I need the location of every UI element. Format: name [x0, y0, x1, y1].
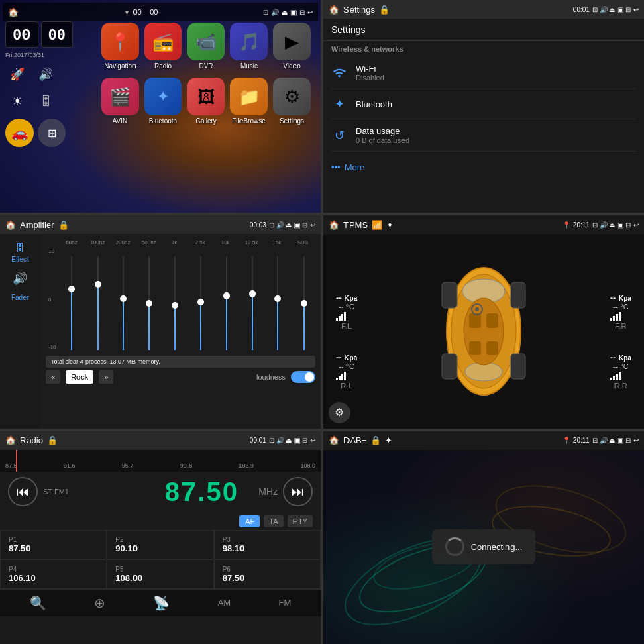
- radio-link-icon[interactable]: ⊕: [94, 595, 105, 611]
- eq-slider-3[interactable]: [138, 248, 160, 350]
- filebrowse-label: FileBrowse: [232, 117, 265, 125]
- svg-rect-5: [469, 313, 481, 328]
- app-bluetooth[interactable]: ✦ Bluetooth: [144, 78, 182, 125]
- tpms-settings-btn[interactable]: ⚙: [329, 402, 350, 423]
- dab-back-icon[interactable]: ↩: [633, 437, 639, 444]
- tpms-title: TPMS: [343, 220, 368, 230]
- rl-celsius: -- °C: [336, 362, 357, 370]
- amp-effect-btn[interactable]: 🎛 Effect: [9, 239, 31, 266]
- amp-fader-btn[interactable]: Fader: [9, 291, 32, 304]
- eq-preset-row: « Rock » loudness: [46, 370, 315, 384]
- radio-bottom-bar: 🔍 ⊕ 📡 AM FM: [0, 589, 321, 616]
- preset-6[interactable]: P6 87.50: [214, 559, 321, 589]
- amp-home-icon[interactable]: 🏠: [5, 220, 16, 230]
- amp-body: 🎛 Effect 🔊 Fader 60hz 100hz 200hz 500hz …: [0, 234, 321, 428]
- eq-slider-7[interactable]: [241, 248, 264, 350]
- eq-preset-rock[interactable]: Rock: [66, 370, 93, 384]
- tpms-rl: -- Kpa -- °C R.L: [336, 352, 357, 390]
- volume-icon-btn[interactable]: 🔊: [34, 62, 58, 87]
- car-icon-btn[interactable]: 🚗: [5, 119, 34, 147]
- settings-item-bluetooth[interactable]: ✦ Bluetooth: [331, 89, 636, 119]
- eq-sliders: [60, 248, 315, 350]
- settings-title-bar: Settings: [343, 5, 375, 15]
- app-dvr[interactable]: 📹 DVR: [187, 23, 225, 70]
- app-gallery[interactable]: 🖼 Gallery: [187, 78, 225, 125]
- settings-home-icon[interactable]: 🏠: [329, 5, 339, 15]
- radio-tag-af[interactable]: AF: [239, 515, 260, 527]
- wifi-item-text: Wi-Fi Disabled: [356, 64, 636, 82]
- radio-home-icon[interactable]: 🏠: [5, 435, 16, 445]
- brightness-icon-btn[interactable]: ☀: [5, 89, 30, 113]
- preset-2[interactable]: P2 90.10: [107, 530, 213, 559]
- fl-signal: [336, 312, 357, 321]
- app-radio[interactable]: 📻 Radio: [144, 23, 182, 70]
- radio-search-icon[interactable]: 🔍: [30, 595, 46, 611]
- eq-next-btn[interactable]: »: [99, 370, 113, 384]
- tpms-home-icon[interactable]: 🏠: [329, 220, 339, 230]
- radio-back-icon[interactable]: ↩: [310, 437, 315, 444]
- loudness-toggle[interactable]: [291, 371, 315, 383]
- eq-slider-9[interactable]: [292, 248, 315, 350]
- svg-rect-12: [511, 282, 525, 308]
- volume-icon[interactable]: 🔊: [271, 9, 279, 16]
- amp-back-icon[interactable]: ↩: [310, 221, 315, 229]
- dab-home-icon[interactable]: 🏠: [329, 435, 339, 445]
- video-label: Video: [283, 62, 300, 70]
- svg-point-10: [475, 307, 479, 311]
- radio-antenna-icon[interactable]: 📡: [153, 595, 170, 611]
- dab-status-bar: 🏠 DAB+ 🔒 ✦ 📍 20:11 ⊡ 🔊 ⏏ ▣ ⊟ ↩: [323, 431, 644, 450]
- eq-slider-4[interactable]: [164, 248, 186, 350]
- app-navigation[interactable]: 📍 Navigation: [101, 23, 139, 70]
- radio-prev-btn[interactable]: ⏮: [8, 477, 38, 506]
- app-music[interactable]: 🎵 Music: [230, 23, 268, 70]
- tpms-status-icons: ⊡ 🔊 ⏏ ▣ ⊟: [592, 221, 631, 229]
- app-avin[interactable]: 🎬 AVIN: [101, 78, 139, 125]
- radio-tag-ta[interactable]: TA: [264, 515, 283, 527]
- settings-lock-icon: 🔒: [379, 5, 390, 15]
- eq-slider-1[interactable]: [86, 248, 109, 350]
- connecting-text: Connecting...: [471, 542, 523, 552]
- settings-item-wifi[interactable]: Wi-Fi Disabled: [331, 57, 636, 89]
- rr-celsius: -- °C: [610, 362, 631, 370]
- dots-icon-btn[interactable]: ⊞: [38, 119, 66, 147]
- app-settings[interactable]: ⚙ Settings: [273, 78, 311, 125]
- radio-time: 00:01: [250, 437, 266, 444]
- app-filebrowse[interactable]: 📁 FileBrowse: [230, 78, 268, 125]
- date-display: Fri,2017/03/31: [3, 50, 90, 60]
- toggle-knob: [305, 372, 314, 382]
- eq-slider-8[interactable]: [266, 248, 289, 350]
- eq-slider-6[interactable]: [215, 248, 237, 350]
- eq-slider-5[interactable]: [189, 248, 212, 350]
- back-icon[interactable]: ↩: [307, 9, 313, 16]
- time-display: 00 00: [3, 19, 90, 50]
- power-icon: ⊟: [299, 9, 305, 16]
- freq-10k: 10k: [213, 239, 238, 246]
- panel-amplifier: 🏠 Amplifier 🔒 00:03 ⊡ 🔊 ⏏ ▣ ⊟ ↩ 🎛 Effect…: [0, 215, 321, 428]
- settings-item-data[interactable]: ↺ Data usage 0 B of data used: [331, 119, 636, 152]
- radio-main: ⏮ ST FM1 87.50 MHz ⏭: [0, 472, 321, 513]
- eq-slider-2[interactable]: [112, 248, 135, 350]
- eq-slider-0[interactable]: [60, 248, 83, 350]
- equalizer-sidebar-icon: 🎛: [11, 242, 28, 254]
- preset-4[interactable]: P4 106.10: [0, 559, 107, 589]
- amp-volume-icon[interactable]: 🔊: [13, 271, 28, 286]
- panel-home: 🏠 ▼ 00:00 ⊡ 🔊 ⏏ ▣ ⊟ ↩ 00: [0, 0, 321, 213]
- freq-15k: 15k: [264, 239, 290, 246]
- rocket-icon-btn[interactable]: 🚀: [5, 62, 30, 87]
- preset-1[interactable]: P1 87.50: [0, 530, 107, 559]
- home-icon[interactable]: 🏠: [8, 7, 19, 17]
- settings-back-icon[interactable]: ↩: [633, 6, 639, 13]
- radio-next-btn[interactable]: ⏭: [283, 477, 313, 506]
- settings-more[interactable]: ••• More: [323, 156, 644, 179]
- preset-5[interactable]: P5 108.00: [107, 559, 213, 589]
- eq-prev-btn[interactable]: «: [46, 370, 60, 384]
- data-usage-icon: ↺: [331, 127, 347, 144]
- radio-am-btn[interactable]: AM: [218, 598, 231, 608]
- radio-fm-btn[interactable]: FM: [279, 598, 292, 608]
- preset-3[interactable]: P3 98.10: [214, 530, 321, 559]
- tpms-back-icon[interactable]: ↩: [633, 221, 639, 229]
- app-video[interactable]: ▶ Video: [273, 23, 311, 70]
- equalizer-icon-btn[interactable]: 🎛: [34, 89, 58, 113]
- tpms-signal-icon: 📶: [372, 220, 382, 230]
- radio-tag-pty[interactable]: PTY: [288, 515, 313, 527]
